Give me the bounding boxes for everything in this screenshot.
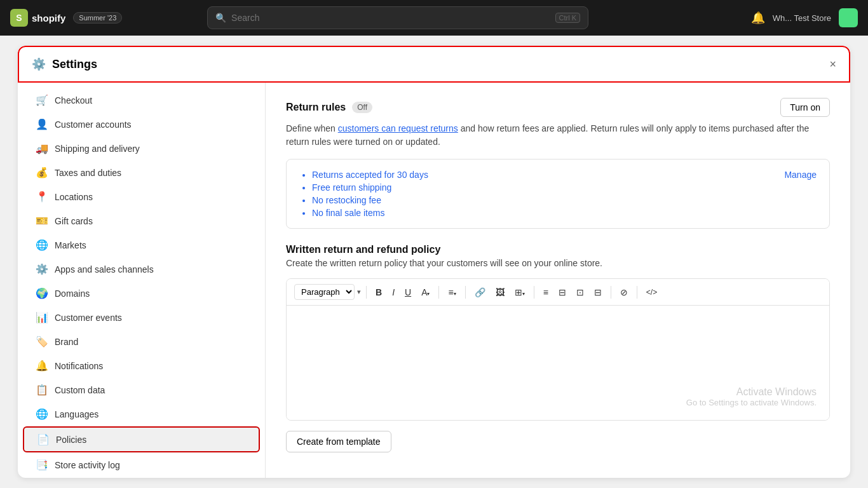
rule-item: No restocking fee: [312, 195, 428, 205]
sidebar-item-custom-data[interactable]: 📋 Custom data: [23, 378, 260, 402]
sidebar-item-customer-events[interactable]: 📊 Customer events: [23, 306, 260, 329]
toolbar-divider-2: [438, 286, 439, 299]
sidebar-item-policies[interactable]: 📄 Policies: [23, 426, 260, 452]
sidebar-icon-brand: 🏷️: [36, 336, 48, 348]
rules-box: Returns accepted for 30 daysFree return …: [286, 159, 830, 229]
sidebar-item-taxes[interactable]: 💰 Taxes and duties: [23, 161, 260, 184]
sidebar-item-locations[interactable]: 📍 Locations: [23, 185, 260, 208]
outdent-button[interactable]: ⊡: [573, 285, 588, 300]
clear-format-button[interactable]: ⊘: [616, 285, 632, 300]
rule-item: No final sale items: [312, 208, 428, 218]
search-shortcut: Ctrl K: [555, 13, 581, 23]
search-icon: 🔍: [215, 13, 226, 23]
sidebar-item-checkout[interactable]: 🛒 Checkout: [23, 88, 260, 112]
return-rules-header: Return rules Off Turn on: [286, 98, 830, 117]
gear-icon: ⚙️: [32, 57, 46, 71]
sidebar-label-customer-events: Customer events: [55, 313, 122, 323]
toolbar-divider-3: [465, 286, 466, 299]
store-avatar[interactable]: [839, 8, 858, 27]
watermark-title: Activate Windows: [686, 386, 817, 398]
link-button[interactable]: 🔗: [471, 285, 489, 300]
sidebar-icon-store-activity: 📑: [36, 459, 48, 471]
sidebar-icon-checkout: 🛒: [36, 94, 48, 106]
sidebar-item-notifications[interactable]: 🔔 Notifications: [23, 354, 260, 377]
sidebar-icon-shipping: 🚚: [36, 142, 48, 154]
search-input[interactable]: [231, 13, 550, 23]
search-bar[interactable]: 🔍 Ctrl K: [207, 6, 588, 29]
main-area: ⚙️ Settings × 🛒 Checkout 👤 Customer acco…: [0, 36, 868, 488]
return-rules-desc-pre: Define when: [286, 123, 338, 133]
font-color-button[interactable]: A▾: [417, 285, 433, 300]
sidebar-label-gift-cards: Gift cards: [55, 216, 93, 226]
notifications-bell-icon[interactable]: 🔔: [751, 11, 765, 25]
sidebar-icon-taxes: 💰: [36, 166, 48, 179]
sidebar-item-gift-cards[interactable]: 🎫 Gift cards: [23, 209, 260, 233]
sidebar-item-customer-accounts[interactable]: 👤 Customer accounts: [23, 112, 260, 136]
toolbar-divider-6: [637, 286, 637, 299]
sidebar-icon-customer-accounts: 👤: [36, 118, 48, 130]
italic-button[interactable]: I: [388, 285, 398, 300]
content-area: Return rules Off Turn on Define when cus…: [266, 83, 850, 478]
settings-header: ⚙️ Settings ×: [18, 46, 850, 83]
shopify-wordmark: shopify: [32, 13, 65, 24]
sidebar-label-locations: Locations: [55, 192, 93, 202]
sidebar-item-markets[interactable]: 🌐 Markets: [23, 233, 260, 257]
chevron-down-icon: ▾: [357, 288, 361, 296]
top-navigation: S shopify Summer '23 🔍 Ctrl K 🔔 Wh... Te…: [0, 0, 868, 36]
rules-list: Returns accepted for 30 daysFree return …: [299, 170, 428, 218]
sidebar-icon-policies: 📄: [37, 433, 50, 445]
settings-title: Settings: [52, 58, 97, 71]
rule-item: Returns accepted for 30 days: [312, 170, 428, 180]
sidebar-item-domains[interactable]: 🌍 Domains: [23, 281, 260, 305]
numbered-list-button[interactable]: ⊟: [555, 285, 570, 300]
return-rules-title: Return rules: [286, 102, 346, 113]
nav-right: 🔔 Wh... Test Store: [751, 8, 858, 27]
rule-item: Free return shipping: [312, 182, 428, 193]
sidebar-icon-notifications: 🔔: [36, 360, 48, 372]
sidebar-label-shipping: Shipping and delivery: [55, 144, 140, 154]
sidebar-label-customer-accounts: Customer accounts: [55, 119, 132, 130]
sidebar-item-store-activity[interactable]: 📑 Store activity log: [23, 453, 260, 477]
turn-on-button[interactable]: Turn on: [780, 98, 830, 117]
settings-close-button[interactable]: ×: [829, 58, 836, 71]
editor-toolbar: Paragraph ▾ B I U A▾ ≡▾ 🔗 🖼 ⊞▾: [287, 279, 829, 306]
written-policy-description: Create the written return policy that yo…: [286, 258, 830, 268]
editor-body[interactable]: Activate Windows Go to Settings to activ…: [287, 306, 829, 420]
return-rules-description: Define when customers can request return…: [286, 122, 830, 149]
shopify-s-icon: S: [10, 9, 28, 27]
indent-button[interactable]: ⊟: [590, 285, 606, 300]
sidebar-icon-locations: 📍: [36, 191, 48, 203]
store-name: Wh... Test Store: [773, 13, 831, 23]
policy-editor: Paragraph ▾ B I U A▾ ≡▾ 🔗 🖼 ⊞▾: [286, 278, 830, 421]
sidebar: 🛒 Checkout 👤 Customer accounts 🚚 Shippin…: [18, 83, 266, 478]
sidebar-icon-apps: ⚙️: [36, 263, 48, 275]
bullet-list-button[interactable]: ≡: [539, 285, 552, 300]
align-button[interactable]: ≡▾: [444, 285, 459, 300]
sidebar-icon-gift-cards: 🎫: [36, 215, 48, 227]
table-button[interactable]: ⊞▾: [511, 285, 529, 300]
return-rules-status-badge: Off: [352, 102, 372, 113]
code-button[interactable]: </>: [642, 285, 661, 299]
toolbar-divider-5: [611, 286, 611, 299]
sidebar-label-policies: Policies: [56, 435, 86, 445]
sidebar-icon-languages: 🌐: [36, 408, 48, 420]
toolbar-divider-1: [366, 286, 367, 299]
sidebar-label-markets: Markets: [55, 240, 86, 250]
image-button[interactable]: 🖼: [492, 285, 508, 300]
sidebar-item-shipping[interactable]: 🚚 Shipping and delivery: [23, 137, 260, 160]
paragraph-select[interactable]: Paragraph: [294, 284, 355, 300]
settings-body: 🛒 Checkout 👤 Customer accounts 🚚 Shippin…: [18, 83, 850, 478]
sidebar-item-languages[interactable]: 🌐 Languages: [23, 402, 260, 426]
sidebar-label-apps: Apps and sales channels: [55, 264, 154, 274]
create-from-template-button[interactable]: Create from template: [286, 431, 391, 452]
activate-windows-watermark: Activate Windows Go to Settings to activ…: [686, 386, 817, 407]
customers-request-returns-link[interactable]: customers can request returns: [338, 123, 458, 133]
sidebar-item-apps[interactable]: ⚙️ Apps and sales channels: [23, 257, 260, 281]
sidebar-icon-customer-events: 📊: [36, 311, 48, 323]
underline-button[interactable]: U: [401, 285, 415, 300]
sidebar-item-brand[interactable]: 🏷️ Brand: [23, 330, 260, 353]
settings-panel: ⚙️ Settings × 🛒 Checkout 👤 Customer acco…: [18, 46, 850, 478]
manage-link[interactable]: Manage: [784, 170, 817, 180]
bold-button[interactable]: B: [372, 285, 386, 300]
sidebar-label-checkout: Checkout: [55, 95, 92, 105]
